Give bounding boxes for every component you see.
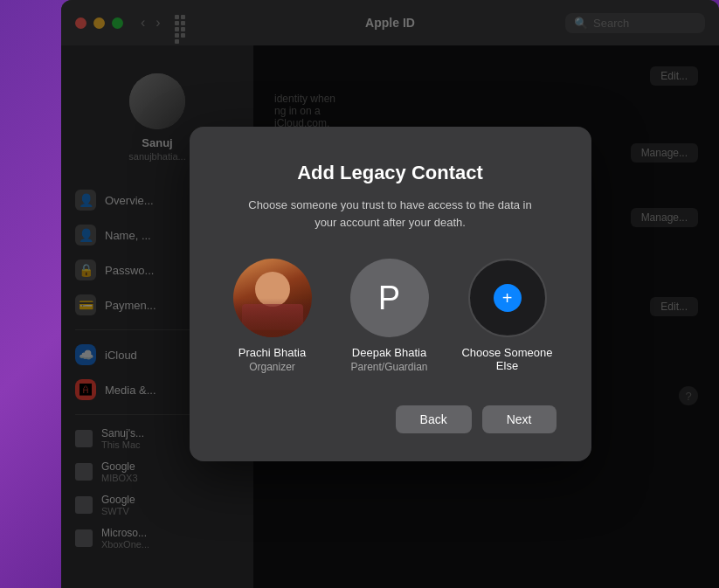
contact-card-deepak[interactable]: P Deepak Bhatia Parent/Guardian (342, 259, 438, 373)
modal-overlay: Add Legacy Contact Choose someone you tr… (61, 0, 719, 588)
modal-buttons: Back Next (396, 405, 557, 433)
modal-description: Choose someone you trust to have access … (242, 197, 539, 231)
add-plus-icon: + (494, 284, 522, 312)
modal-dialog: Add Legacy Contact Choose someone you tr… (190, 127, 591, 461)
deepak-role: Parent/Guardian (350, 361, 427, 373)
deepak-initial: P (378, 280, 400, 317)
contacts-row: Prachi Bhatia Organizer P Deepak Bhatia … (225, 259, 557, 374)
contact-card-prachi[interactable]: Prachi Bhatia Organizer (225, 259, 321, 373)
someone-else-avatar: + (468, 259, 547, 337)
back-button[interactable]: Back (396, 405, 472, 433)
prachi-avatar (233, 259, 312, 337)
next-button[interactable]: Next (482, 405, 557, 433)
someone-else-name: Choose Someone Else (459, 346, 557, 372)
deepak-avatar: P (350, 259, 429, 337)
prachi-name: Prachi Bhatia (239, 346, 306, 359)
prachi-role: Organizer (249, 361, 295, 373)
deepak-name: Deepak Bhatia (352, 346, 426, 359)
modal-title: Add Legacy Contact (297, 162, 483, 184)
contact-card-someone-else[interactable]: + Choose Someone Else (459, 259, 557, 374)
